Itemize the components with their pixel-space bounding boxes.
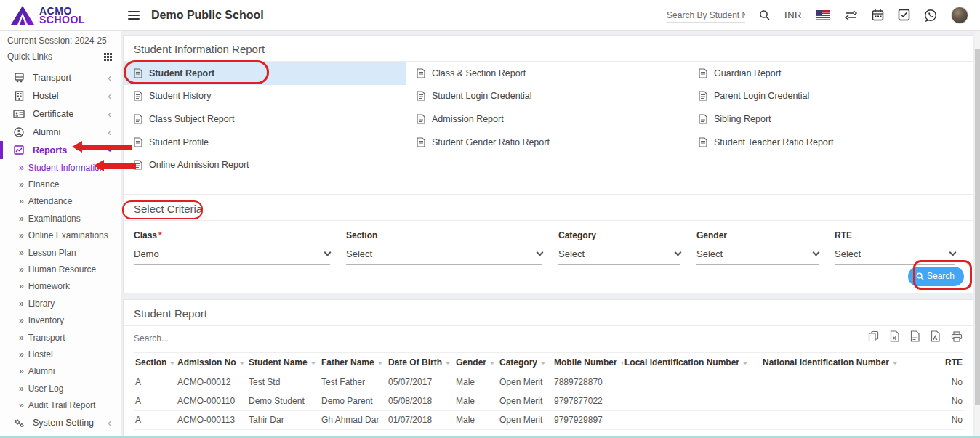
section-select[interactable]: Select: [346, 248, 542, 265]
file-icon: [134, 137, 142, 147]
report-link-student-report[interactable]: Student Report: [124, 62, 406, 85]
search-button[interactable]: Search: [908, 267, 964, 286]
export-toolbar: [868, 330, 963, 346]
report-link-student-teacher-ratio-report[interactable]: Student Teacher Ratio Report: [688, 131, 973, 154]
col-header-section[interactable]: Section: [134, 353, 176, 373]
col-header-father-name[interactable]: Father Name: [320, 353, 387, 373]
sidebar-subitem-finance[interactable]: »Finance: [0, 176, 121, 192]
sidebar-subitem-attendance[interactable]: »Attendance: [0, 193, 121, 210]
sidebar-subitem-lesson-plan[interactable]: »Lesson Plan: [0, 244, 121, 261]
table-header-row: Section Admission No Student Name Father…: [134, 353, 964, 373]
report-link-admission-report[interactable]: Admission Report: [406, 108, 688, 131]
sidebar-subitem-student-information[interactable]: »Student Information: [0, 159, 121, 176]
tasks-icon[interactable]: [898, 9, 910, 21]
student-name-link[interactable]: Demo Student: [247, 392, 320, 411]
sidebar-subitem-transport[interactable]: »Transport: [0, 329, 121, 346]
category-select[interactable]: Select: [558, 248, 680, 265]
sidebar-subitem-hostel[interactable]: »Hostel: [0, 346, 121, 362]
col-header-date-of-birth[interactable]: Date Of Birth: [387, 353, 454, 373]
rte-select[interactable]: Select: [835, 248, 955, 265]
report-link-class-section-report[interactable]: Class & Section Report: [406, 62, 688, 85]
col-header-category[interactable]: Category: [498, 353, 553, 373]
student-report-table: Section Admission No Student Name Father…: [134, 352, 964, 430]
sidebar-item-certificate[interactable]: Certificate ‹: [0, 105, 121, 123]
table-toolbar: [124, 326, 973, 352]
class-select[interactable]: Demo: [134, 248, 330, 265]
col-header-student-name[interactable]: Student Name: [247, 353, 320, 373]
student-name-link[interactable]: Tahir Dar: [247, 411, 320, 430]
file-icon: [417, 91, 425, 101]
sidebar-subitem-library[interactable]: »Library: [0, 295, 121, 312]
report-link-student-gender-ratio-report[interactable]: Student Gender Ratio Report: [406, 131, 688, 154]
sidebar-subitem-human-resource[interactable]: »Human Resource: [0, 261, 121, 277]
sidebar-subitem-homework[interactable]: »Homework: [0, 278, 121, 295]
sidebar-subitem-inventory[interactable]: »Inventory: [0, 312, 121, 329]
chevron-down-icon: [675, 249, 682, 256]
student-search-input[interactable]: [667, 9, 745, 23]
sidebar-item-hostel[interactable]: Hostel ‹: [0, 86, 121, 105]
chart-line-icon: [13, 145, 25, 155]
file-icon: [699, 137, 707, 147]
sidebar-subitem-alumni[interactable]: »Alumni: [0, 363, 121, 380]
col-header-national-identification-number[interactable]: National Identification Number: [761, 353, 921, 373]
field-class: Class* Demo: [134, 230, 346, 265]
vertical-scrollbar-thumb[interactable]: [975, 49, 980, 405]
file-icon: [134, 91, 142, 101]
col-header-rte[interactable]: RTE: [921, 353, 964, 373]
report-link-student-history[interactable]: Student History: [124, 85, 406, 108]
sidebar-subitem-online-examinations[interactable]: »Online Examinations: [0, 227, 121, 244]
sidebar-subitem-audit-trail-report[interactable]: »Audit Trail Report: [0, 397, 121, 413]
chevron-left-icon: ‹: [108, 418, 111, 428]
sidebar-item-system-setting[interactable]: System Setting ‹: [0, 414, 121, 432]
sidebar-subitem-user-log[interactable]: »User Log: [0, 380, 121, 397]
whatsapp-icon[interactable]: [924, 9, 937, 22]
col-header-mobile-number[interactable]: Mobile Number: [553, 353, 623, 373]
file-icon: [134, 114, 142, 124]
logo-text: ACMO SCHOOL: [39, 7, 85, 24]
vertical-scrollbar: [975, 31, 980, 436]
calendar-icon[interactable]: [872, 9, 884, 21]
report-link-guardian-report[interactable]: Guardian Report: [688, 62, 973, 85]
alumni-icon: [13, 127, 25, 137]
report-link-class-subject-report[interactable]: Class Subject Report: [124, 108, 406, 131]
bus-icon: [13, 73, 25, 83]
file-icon: [134, 160, 142, 170]
menu-toggle-icon[interactable]: [128, 11, 140, 20]
student-name-link[interactable]: Test Std: [247, 373, 320, 392]
copy-icon[interactable]: [868, 330, 879, 342]
current-session-label: Current Session: 2024-25: [0, 31, 121, 47]
export-excel-icon[interactable]: [890, 330, 899, 342]
export-csv-icon[interactable]: [910, 330, 920, 342]
export-pdf-icon[interactable]: [931, 330, 940, 342]
print-icon[interactable]: [951, 331, 963, 342]
chevron-down-icon: [324, 249, 332, 256]
app-logo[interactable]: ACMO SCHOOL: [0, 0, 121, 31]
report-link-student-profile[interactable]: Student Profile: [124, 131, 406, 154]
sidebar-item-reports[interactable]: Reports ‹: [0, 141, 121, 159]
sidebar-item-alumni[interactable]: Alumni ‹: [0, 123, 121, 141]
col-header-gender[interactable]: Gender: [454, 353, 498, 373]
report-link-online-admission-report[interactable]: Online Admission Report: [124, 153, 406, 177]
col-header-admission-no[interactable]: Admission No: [176, 353, 247, 373]
report-link-student-login-credential[interactable]: Student Login Credential: [406, 85, 688, 108]
quick-links-grid-icon[interactable]: [104, 53, 112, 61]
report-link-sibling-report[interactable]: Sibling Report: [688, 108, 973, 131]
file-icon: [417, 137, 425, 147]
language-flag-icon[interactable]: [816, 10, 830, 20]
report-link-parent-login-credential[interactable]: Parent Login Credential: [688, 85, 973, 108]
table-row: A ACMO-000110 Demo Student Demo Parent 0…: [134, 392, 964, 411]
certificate-icon: [13, 110, 25, 118]
section-title-student-report: Student Report: [124, 300, 973, 325]
user-avatar[interactable]: [951, 7, 968, 24]
table-search-input[interactable]: [134, 331, 236, 346]
search-icon: [916, 272, 924, 280]
currency-selector[interactable]: INR: [784, 9, 802, 20]
sidebar-subitem-examinations[interactable]: »Examinations: [0, 210, 121, 227]
gender-select[interactable]: Select: [696, 248, 819, 265]
col-header-local-identification-number[interactable]: Local Identification Number: [623, 353, 761, 373]
search-icon[interactable]: [759, 9, 771, 21]
sidebar: Current Session: 2024-25 Quick Links Tra…: [0, 31, 121, 438]
sidebar-item-transport[interactable]: Transport ‹: [0, 68, 121, 86]
swap-session-icon[interactable]: [844, 10, 858, 20]
file-icon: [699, 114, 707, 124]
